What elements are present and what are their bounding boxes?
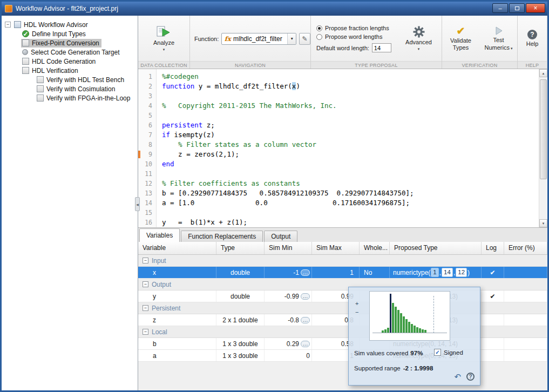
collapse-group-icon[interactable]: − [143,258,148,263]
combo-arrow-icon[interactable]: ▾ [287,33,296,44]
tree-item-select-code-generation-target[interactable]: Select Code Generation Target [2,48,138,57]
group-row-output[interactable]: −Output [138,279,547,290]
group-row-local[interactable]: −Local [138,326,547,338]
group-row-persistent[interactable]: −Persistent [138,302,547,314]
variable-row-y[interactable]: ydouble-0.99…0.99numerictype(1, 14, 13)✔ [138,290,547,302]
tree-item-verify-with-fpga-in-the-loop[interactable]: Verify with FPGA-in-the-Loop [2,93,138,103]
code-line-11[interactable] [162,169,539,179]
group-row-input[interactable]: −Input [138,255,547,267]
collapse-group-icon[interactable]: − [143,281,148,287]
log-cell[interactable] [482,350,504,361]
sim-min-edit-button[interactable]: … [301,269,310,276]
validate-types-button[interactable]: ✔ Validate Types [442,25,480,52]
advanced-dropdown-icon[interactable]: ▾ [418,47,420,51]
code-line-1[interactable]: %#codegen [162,72,539,82]
column-header-whole[interactable]: Whole... [360,242,390,254]
numerictype-field-2[interactable]: 12 [456,268,467,277]
tab-output[interactable]: Output [264,231,297,242]
code-line-15[interactable] [162,208,539,218]
code-line-13[interactable]: b = [0.29290771484375 0.585784912109375 … [162,188,539,198]
tree-item-fixed-point-conversion[interactable]: Fixed-Point Conversion [2,38,138,48]
test-numerics-button[interactable]: Test Numerics▾ [480,25,518,52]
analyze-button[interactable]: Analyze ▾ [150,24,178,53]
tree-collapse-icon[interactable]: − [5,22,11,28]
panel-icon [37,85,44,92]
scrollbar-thumb[interactable] [540,79,547,179]
variable-row-a[interactable]: a1 x 3 double01numerictype(0, 14, 13) [138,350,547,362]
numerictype-field-0[interactable]: 1 [431,268,438,277]
code-line-5[interactable] [162,111,539,120]
column-header-type[interactable]: Type [216,242,265,254]
log-cell[interactable]: ✔ [482,267,504,278]
maximize-button[interactable] [509,3,525,13]
propose-word-lengths-radio[interactable]: Propose word lengths [316,33,391,40]
function-dropdown[interactable]: fx mlhdlc_df2t_filter ▾ [221,33,296,45]
editor-scrollbar[interactable]: ▲ ▼ [539,69,547,227]
variable-row-x[interactable]: xdouble-1…1Nonumerictype(1, 14, 12)✔ [138,267,547,279]
sim-min-edit-button[interactable]: … [301,341,310,347]
code-line-14[interactable]: a = [1.0 0.0 0.171600341796875]; [162,198,539,208]
close-button[interactable]: × [526,3,545,13]
histogram-popup: + − Sim values covered 97% ✓ Signed Supp… [348,287,480,386]
toolbar-section-navigation: Function: fx mlhdlc_df2t_filter ▾ ✎ NAVI… [190,16,311,69]
column-header-variable[interactable]: Variable [138,242,216,254]
tree-item-verify-with-hdl-test-bench[interactable]: Verify with HDL Test Bench [2,75,138,84]
code-line-2[interactable]: function y = mlhdlc_df2t_filter(x) [162,82,539,91]
column-header-error[interactable]: Error (%) [504,242,547,254]
column-header-sim-max[interactable]: Sim Max [312,242,360,254]
error-cell [504,350,547,361]
tab-variables[interactable]: Variables [139,228,180,242]
code-line-3[interactable] [162,91,539,101]
analyze-label: Analyze [153,39,174,46]
tree-root-hdl-workflow-advisor[interactable]: − HDL Workflow Advisor [2,20,138,29]
log-cell[interactable] [482,338,504,349]
code-line-10[interactable]: end [162,159,539,169]
collapse-group-icon[interactable]: − [143,329,148,335]
code-line-16[interactable]: y = b(1)*x + z(1); [162,218,539,227]
line-number: 1 [138,72,156,82]
code-line-7[interactable]: if isempty(z) [162,130,539,140]
sim-min-edit-button[interactable]: … [301,293,310,300]
revert-icon[interactable]: ↶ [454,373,461,381]
column-header-sim-min[interactable]: Sim Min [265,242,312,254]
code-line-6[interactable]: persistent z; [162,120,539,130]
tree-item-define-input-types[interactable]: ✓Define Input Types [2,29,138,38]
log-cell[interactable] [482,314,504,326]
variable-row-b[interactable]: b1 x 3 double0.29…0.58numerictype(0, 14,… [138,338,547,350]
signed-checkbox[interactable]: ✓ [434,349,441,356]
log-check-icon: ✔ [490,293,495,300]
propose-fraction-lengths-radio[interactable]: Propose fraction lengths [316,25,391,31]
analyze-dropdown-icon[interactable]: ▾ [163,48,165,52]
scroll-up-button[interactable]: ▲ [539,69,547,77]
tree-item-hdl-verification[interactable]: HDL Verification [2,66,138,75]
sim-min-edit-button[interactable]: … [301,317,310,323]
code-line-12[interactable]: % Filter coefficients as constants [162,179,539,188]
log-cell[interactable]: ✔ [482,290,504,302]
default-word-length-input[interactable] [372,43,391,52]
test-numerics-dropdown-icon[interactable]: ▾ [511,46,513,50]
scroll-down-button[interactable]: ▼ [539,219,547,227]
popup-help-icon[interactable]: ? [466,373,475,381]
error-cell [504,267,547,278]
numerictype-field-1[interactable]: 14 [442,268,453,277]
collapse-panel-button[interactable]: ◀ [135,197,140,211]
histogram-plot[interactable] [369,291,450,341]
tab-function-replacements[interactable]: Function Replacements [181,231,263,242]
tree-item-verify-with-cosimulation[interactable]: Verify with Cosimulation [2,84,138,93]
column-header-log[interactable]: Log [482,242,504,254]
tree-item-hdl-code-generation[interactable]: HDL Code Generation [2,57,138,66]
collapse-group-icon[interactable]: − [143,305,148,311]
code-editor[interactable]: 12345678910111213141516 %#codegenfunctio… [138,69,547,228]
code-line-4[interactable]: % Copyright 2011-2015 The MathWorks, Inc… [162,101,539,111]
code-line-8[interactable]: % Filter states as a column vector [162,140,539,150]
help-button[interactable]: ? Help [523,29,542,49]
advanced-button[interactable]: Advanced ▾ [402,25,435,52]
code-line-9[interactable]: z = zeros(2,1); [162,150,539,159]
signed-checkbox-row[interactable]: ✓ Signed [434,349,463,356]
code-area[interactable]: %#codegenfunction y = mlhdlc_df2t_filter… [157,69,539,227]
minimize-button[interactable]: – [492,3,508,13]
edit-function-button[interactable]: ✎ [299,33,310,45]
column-header-proposed-type[interactable]: Proposed Type [390,242,482,254]
variable-row-z[interactable]: z2 x 1 double-0.8…0.8numerictype(1, 14, … [138,314,547,326]
title-bar[interactable]: Workflow Advisor - flt2fix_project.prj –… [2,2,547,16]
